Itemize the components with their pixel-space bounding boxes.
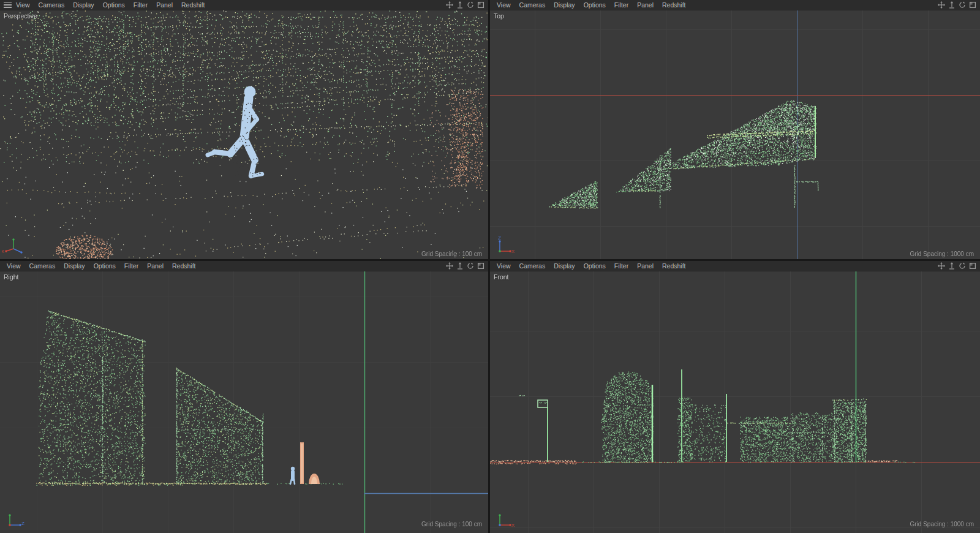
maximize-view-icon[interactable] xyxy=(477,262,484,270)
maximize-view-icon[interactable] xyxy=(969,1,976,9)
menu-item-panel[interactable]: Panel xyxy=(147,261,164,271)
svg-text:Z: Z xyxy=(21,521,24,526)
viewport-content: Perspective Grid Spacing : 100 cm X xyxy=(0,10,488,259)
pan-icon[interactable] xyxy=(446,1,453,9)
dolly-icon[interactable] xyxy=(948,262,956,270)
menu-item-display[interactable]: Display xyxy=(554,261,575,271)
dolly-icon[interactable] xyxy=(456,262,464,270)
svg-text:X: X xyxy=(511,249,515,254)
viewport-perspective: ViewCamerasDisplayOptionsFilterPanelReds… xyxy=(0,0,488,259)
viewport-menu: ViewCamerasDisplayOptionsFilterPanelReds… xyxy=(497,0,686,10)
axis-gizmo: X xyxy=(2,235,28,257)
menu-item-filter[interactable]: Filter xyxy=(614,261,628,271)
menu-item-view[interactable]: View xyxy=(497,0,511,10)
menu-item-cameras[interactable]: Cameras xyxy=(519,261,546,271)
rotate-icon[interactable] xyxy=(467,262,474,270)
menu-item-filter[interactable]: Filter xyxy=(124,261,138,271)
menu-item-panel[interactable]: Panel xyxy=(637,0,654,10)
menu-item-filter[interactable]: Filter xyxy=(134,0,148,10)
viewport-label: Perspective xyxy=(4,12,37,20)
menu-item-panel[interactable]: Panel xyxy=(156,0,173,10)
dolly-icon[interactable] xyxy=(456,1,464,9)
hamburger-menu-icon[interactable] xyxy=(4,2,12,8)
viewport-nav-icons xyxy=(938,262,978,270)
viewport-content: Right Grid Spacing : 100 cm Z xyxy=(0,271,488,533)
front-view-canvas[interactable] xyxy=(490,271,980,533)
axis-gizmo: X xyxy=(492,509,518,531)
viewport-nav-icons xyxy=(446,1,486,9)
viewport-top: ViewCamerasDisplayOptionsFilterPanelReds… xyxy=(490,0,980,259)
viewport-front: ViewCamerasDisplayOptionsFilterPanelReds… xyxy=(490,261,980,533)
menu-item-cameras[interactable]: Cameras xyxy=(39,0,65,10)
axis-gizmo: ZX xyxy=(492,235,518,257)
menu-item-view[interactable]: View xyxy=(497,261,511,271)
viewport-content: Front Grid Spacing : 1000 cm X xyxy=(490,271,980,533)
svg-text:X: X xyxy=(2,249,5,254)
viewport-label: Front xyxy=(494,273,509,281)
pan-icon[interactable] xyxy=(938,1,945,9)
menu-item-options[interactable]: Options xyxy=(584,261,606,271)
viewport-menu: ViewCamerasDisplayOptionsFilterPanelReds… xyxy=(7,261,196,271)
menu-item-options[interactable]: Options xyxy=(94,261,116,271)
viewport-menubar: ViewCamerasDisplayOptionsFilterPanelReds… xyxy=(0,0,488,10)
menu-item-redshift[interactable]: Redshift xyxy=(181,0,205,10)
grid-spacing-label: Grid Spacing : 1000 cm xyxy=(910,251,974,257)
axis-gizmo: Z xyxy=(2,509,28,531)
top-view-canvas[interactable] xyxy=(490,10,980,259)
menu-item-display[interactable]: Display xyxy=(73,0,94,10)
menu-item-cameras[interactable]: Cameras xyxy=(519,0,546,10)
menu-item-options[interactable]: Options xyxy=(584,0,606,10)
viewport-right: ViewCamerasDisplayOptionsFilterPanelReds… xyxy=(0,261,488,533)
menu-item-view[interactable]: View xyxy=(7,261,21,271)
maximize-view-icon[interactable] xyxy=(969,262,976,270)
viewport-menu: ViewCamerasDisplayOptionsFilterPanelReds… xyxy=(497,261,686,271)
viewport-menu: ViewCamerasDisplayOptionsFilterPanelReds… xyxy=(16,0,205,10)
svg-text:Z: Z xyxy=(498,235,501,241)
maximize-view-icon[interactable] xyxy=(477,1,484,9)
viewport-nav-icons xyxy=(446,262,486,270)
menu-item-display[interactable]: Display xyxy=(64,261,85,271)
pan-icon[interactable] xyxy=(938,262,945,270)
perspective-view-canvas[interactable] xyxy=(0,10,488,259)
menu-item-options[interactable]: Options xyxy=(103,0,125,10)
right-view-canvas[interactable] xyxy=(0,271,488,533)
menu-item-redshift[interactable]: Redshift xyxy=(662,0,686,10)
pan-icon[interactable] xyxy=(446,262,453,270)
menu-item-filter[interactable]: Filter xyxy=(614,0,628,10)
menu-item-cameras[interactable]: Cameras xyxy=(29,261,56,271)
menu-item-redshift[interactable]: Redshift xyxy=(172,261,196,271)
grid-spacing-label: Grid Spacing : 100 cm xyxy=(421,251,482,257)
viewport-menubar: ViewCamerasDisplayOptionsFilterPanelReds… xyxy=(490,261,980,271)
viewport-menubar: ViewCamerasDisplayOptionsFilterPanelReds… xyxy=(0,261,488,271)
rotate-icon[interactable] xyxy=(959,262,966,270)
menu-item-panel[interactable]: Panel xyxy=(637,261,654,271)
viewport-content: Top Grid Spacing : 1000 cm ZX xyxy=(490,10,980,259)
viewport-label: Right xyxy=(4,273,19,281)
grid-spacing-label: Grid Spacing : 100 cm xyxy=(421,521,482,527)
viewport-menubar: ViewCamerasDisplayOptionsFilterPanelReds… xyxy=(490,0,980,10)
menu-item-view[interactable]: View xyxy=(16,0,30,10)
viewport-grid: ViewCamerasDisplayOptionsFilterPanelReds… xyxy=(0,0,980,533)
grid-spacing-label: Grid Spacing : 1000 cm xyxy=(910,521,974,527)
menu-item-redshift[interactable]: Redshift xyxy=(662,261,686,271)
dolly-icon[interactable] xyxy=(948,1,956,9)
rotate-icon[interactable] xyxy=(467,1,474,9)
menu-item-display[interactable]: Display xyxy=(554,0,575,10)
rotate-icon[interactable] xyxy=(959,1,966,9)
viewport-label: Top xyxy=(494,12,504,20)
viewport-nav-icons xyxy=(938,1,978,9)
svg-text:X: X xyxy=(511,523,515,528)
